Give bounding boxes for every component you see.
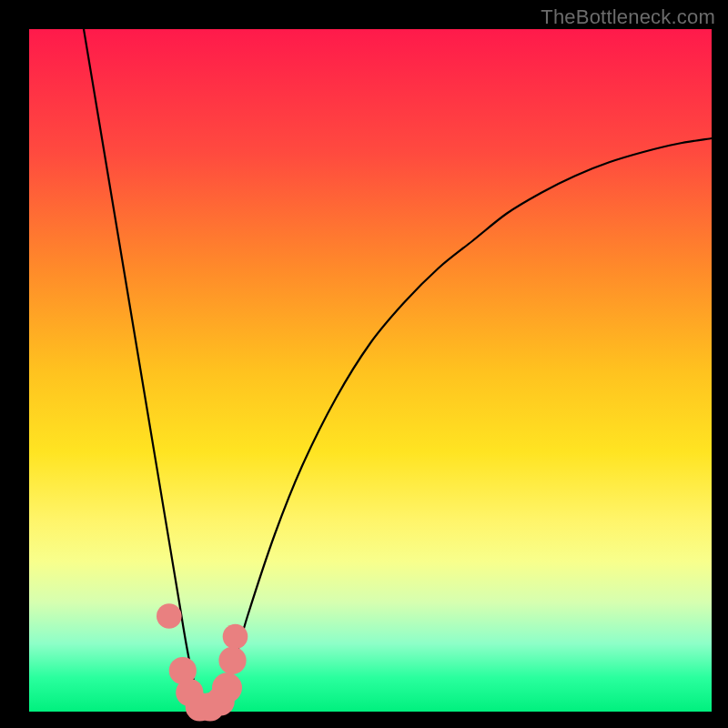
- data-marker: [212, 672, 242, 703]
- chart-frame: TheBottleneck.com: [0, 0, 728, 728]
- plot-area: [29, 29, 712, 712]
- watermark-text: TheBottleneck.com: [541, 5, 715, 29]
- chart-svg: [29, 29, 712, 712]
- data-marker: [157, 603, 182, 629]
- data-marker: [218, 647, 246, 674]
- marker-group: [157, 603, 248, 721]
- data-marker: [223, 624, 248, 650]
